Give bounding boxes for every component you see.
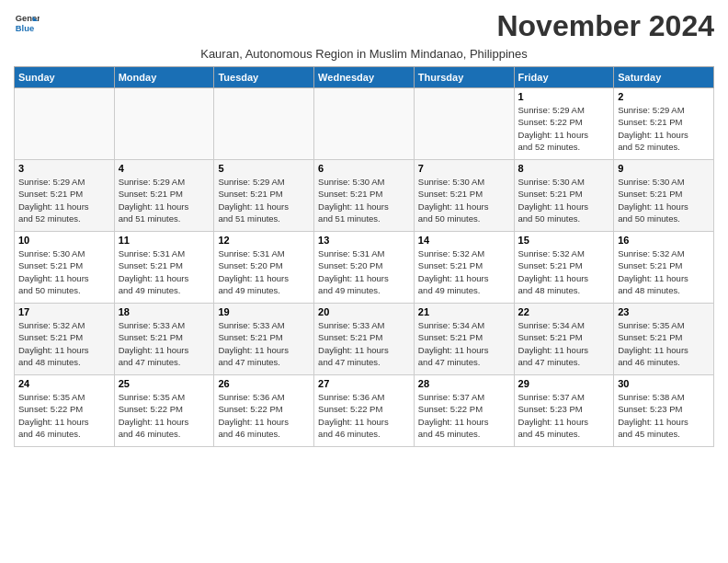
week-row-1: 1Sunrise: 5:29 AM Sunset: 5:22 PM Daylig… bbox=[15, 88, 714, 160]
day-info: Sunrise: 5:32 AM Sunset: 5:21 PM Dayligh… bbox=[418, 247, 510, 296]
day-cell: 13Sunrise: 5:31 AM Sunset: 5:20 PM Dayli… bbox=[314, 232, 415, 304]
day-info: Sunrise: 5:37 AM Sunset: 5:23 PM Dayligh… bbox=[518, 391, 610, 440]
day-info: Sunrise: 5:35 AM Sunset: 5:22 PM Dayligh… bbox=[119, 391, 210, 440]
day-info: Sunrise: 5:32 AM Sunset: 5:21 PM Dayligh… bbox=[618, 247, 710, 296]
day-info: Sunrise: 5:29 AM Sunset: 5:21 PM Dayligh… bbox=[119, 176, 210, 224]
day-info: Sunrise: 5:30 AM Sunset: 5:21 PM Dayligh… bbox=[618, 176, 710, 224]
day-info: Sunrise: 5:30 AM Sunset: 5:21 PM Dayligh… bbox=[18, 247, 110, 296]
day-number: 2 bbox=[618, 91, 710, 102]
day-info: Sunrise: 5:31 AM Sunset: 5:20 PM Dayligh… bbox=[218, 247, 310, 296]
day-number: 13 bbox=[318, 235, 410, 246]
day-cell: 15Sunrise: 5:32 AM Sunset: 5:21 PM Dayli… bbox=[514, 232, 614, 304]
day-cell: 5Sunrise: 5:29 AM Sunset: 5:21 PM Daylig… bbox=[214, 160, 314, 232]
calendar-subtitle: Kauran, Autonomous Region in Muslim Mind… bbox=[14, 47, 714, 61]
day-cell: 21Sunrise: 5:34 AM Sunset: 5:21 PM Dayli… bbox=[414, 304, 514, 375]
day-cell: 19Sunrise: 5:33 AM Sunset: 5:21 PM Dayli… bbox=[214, 304, 314, 375]
day-cell: 10Sunrise: 5:30 AM Sunset: 5:21 PM Dayli… bbox=[15, 232, 115, 304]
day-cell: 14Sunrise: 5:32 AM Sunset: 5:21 PM Dayli… bbox=[414, 232, 514, 304]
day-number: 5 bbox=[218, 163, 310, 174]
day-info: Sunrise: 5:29 AM Sunset: 5:21 PM Dayligh… bbox=[618, 104, 710, 153]
day-info: Sunrise: 5:33 AM Sunset: 5:21 PM Dayligh… bbox=[218, 319, 310, 368]
svg-text:General: General bbox=[16, 14, 40, 23]
day-cell: 1Sunrise: 5:29 AM Sunset: 5:22 PM Daylig… bbox=[514, 88, 614, 160]
day-number: 17 bbox=[18, 306, 110, 317]
day-cell bbox=[414, 88, 514, 160]
day-cell: 23Sunrise: 5:35 AM Sunset: 5:21 PM Dayli… bbox=[614, 304, 714, 375]
day-cell: 17Sunrise: 5:32 AM Sunset: 5:21 PM Dayli… bbox=[15, 304, 115, 375]
day-cell: 27Sunrise: 5:36 AM Sunset: 5:22 PM Dayli… bbox=[314, 375, 415, 447]
day-info: Sunrise: 5:36 AM Sunset: 5:22 PM Dayligh… bbox=[218, 391, 310, 440]
day-number: 18 bbox=[119, 306, 210, 317]
day-number: 10 bbox=[18, 235, 110, 246]
day-cell: 16Sunrise: 5:32 AM Sunset: 5:21 PM Dayli… bbox=[614, 232, 714, 304]
day-info: Sunrise: 5:30 AM Sunset: 5:21 PM Dayligh… bbox=[418, 176, 510, 224]
week-row-4: 17Sunrise: 5:32 AM Sunset: 5:21 PM Dayli… bbox=[15, 304, 714, 375]
day-info: Sunrise: 5:29 AM Sunset: 5:22 PM Dayligh… bbox=[518, 104, 610, 153]
day-number: 1 bbox=[518, 91, 610, 102]
day-cell: 12Sunrise: 5:31 AM Sunset: 5:20 PM Dayli… bbox=[214, 232, 314, 304]
day-cell: 22Sunrise: 5:34 AM Sunset: 5:21 PM Dayli… bbox=[514, 304, 614, 375]
day-cell: 29Sunrise: 5:37 AM Sunset: 5:23 PM Dayli… bbox=[514, 375, 614, 447]
day-cell bbox=[15, 88, 115, 160]
day-info: Sunrise: 5:30 AM Sunset: 5:21 PM Dayligh… bbox=[518, 176, 610, 224]
day-info: Sunrise: 5:32 AM Sunset: 5:21 PM Dayligh… bbox=[518, 247, 610, 296]
day-number: 14 bbox=[418, 235, 510, 246]
day-number: 3 bbox=[18, 163, 110, 174]
day-cell bbox=[314, 88, 415, 160]
day-cell: 24Sunrise: 5:35 AM Sunset: 5:22 PM Dayli… bbox=[15, 375, 115, 447]
day-info: Sunrise: 5:36 AM Sunset: 5:22 PM Dayligh… bbox=[318, 391, 410, 440]
calendar-table: SundayMondayTuesdayWednesdayThursdayFrid… bbox=[14, 66, 714, 447]
day-number: 24 bbox=[18, 378, 110, 389]
day-info: Sunrise: 5:30 AM Sunset: 5:21 PM Dayligh… bbox=[318, 176, 410, 224]
day-number: 11 bbox=[119, 235, 210, 246]
day-cell: 26Sunrise: 5:36 AM Sunset: 5:22 PM Dayli… bbox=[214, 375, 314, 447]
day-number: 26 bbox=[218, 378, 310, 389]
svg-text:Blue: Blue bbox=[16, 24, 34, 33]
day-cell: 11Sunrise: 5:31 AM Sunset: 5:21 PM Dayli… bbox=[114, 232, 214, 304]
day-cell: 25Sunrise: 5:35 AM Sunset: 5:22 PM Dayli… bbox=[114, 375, 214, 447]
day-cell: 30Sunrise: 5:38 AM Sunset: 5:23 PM Dayli… bbox=[614, 375, 714, 447]
day-cell: 18Sunrise: 5:33 AM Sunset: 5:21 PM Dayli… bbox=[114, 304, 214, 375]
day-cell: 3Sunrise: 5:29 AM Sunset: 5:21 PM Daylig… bbox=[15, 160, 115, 232]
logo: General Blue bbox=[14, 9, 40, 35]
day-number: 30 bbox=[618, 378, 710, 389]
day-number: 25 bbox=[119, 378, 210, 389]
header-row: SundayMondayTuesdayWednesdayThursdayFrid… bbox=[15, 67, 714, 88]
day-number: 28 bbox=[418, 378, 510, 389]
week-row-2: 3Sunrise: 5:29 AM Sunset: 5:21 PM Daylig… bbox=[15, 160, 714, 232]
day-number: 4 bbox=[119, 163, 210, 174]
day-info: Sunrise: 5:34 AM Sunset: 5:21 PM Dayligh… bbox=[518, 319, 610, 368]
day-number: 9 bbox=[618, 163, 710, 174]
day-info: Sunrise: 5:31 AM Sunset: 5:20 PM Dayligh… bbox=[318, 247, 410, 296]
day-info: Sunrise: 5:29 AM Sunset: 5:21 PM Dayligh… bbox=[18, 176, 110, 224]
day-cell: 28Sunrise: 5:37 AM Sunset: 5:22 PM Dayli… bbox=[414, 375, 514, 447]
day-number: 8 bbox=[518, 163, 610, 174]
day-info: Sunrise: 5:33 AM Sunset: 5:21 PM Dayligh… bbox=[119, 319, 210, 368]
day-number: 21 bbox=[418, 306, 510, 317]
week-row-5: 24Sunrise: 5:35 AM Sunset: 5:22 PM Dayli… bbox=[15, 375, 714, 447]
page-header: General Blue November 2024 bbox=[14, 9, 714, 43]
day-cell bbox=[114, 88, 214, 160]
day-info: Sunrise: 5:34 AM Sunset: 5:21 PM Dayligh… bbox=[418, 319, 510, 368]
day-cell: 8Sunrise: 5:30 AM Sunset: 5:21 PM Daylig… bbox=[514, 160, 614, 232]
week-row-3: 10Sunrise: 5:30 AM Sunset: 5:21 PM Dayli… bbox=[15, 232, 714, 304]
logo-icon: General Blue bbox=[14, 9, 40, 35]
day-number: 6 bbox=[318, 163, 410, 174]
day-cell: 2Sunrise: 5:29 AM Sunset: 5:21 PM Daylig… bbox=[614, 88, 714, 160]
day-info: Sunrise: 5:35 AM Sunset: 5:22 PM Dayligh… bbox=[18, 391, 110, 440]
day-number: 12 bbox=[218, 235, 310, 246]
day-number: 22 bbox=[518, 306, 610, 317]
day-cell: 9Sunrise: 5:30 AM Sunset: 5:21 PM Daylig… bbox=[614, 160, 714, 232]
day-info: Sunrise: 5:31 AM Sunset: 5:21 PM Dayligh… bbox=[119, 247, 210, 296]
month-title: November 2024 bbox=[496, 9, 714, 43]
day-number: 27 bbox=[318, 378, 410, 389]
day-cell: 4Sunrise: 5:29 AM Sunset: 5:21 PM Daylig… bbox=[114, 160, 214, 232]
col-header-thursday: Thursday bbox=[414, 67, 514, 88]
day-number: 20 bbox=[318, 306, 410, 317]
day-cell bbox=[214, 88, 314, 160]
day-cell: 7Sunrise: 5:30 AM Sunset: 5:21 PM Daylig… bbox=[414, 160, 514, 232]
day-info: Sunrise: 5:35 AM Sunset: 5:21 PM Dayligh… bbox=[618, 319, 710, 368]
col-header-wednesday: Wednesday bbox=[314, 67, 415, 88]
day-number: 19 bbox=[218, 306, 310, 317]
col-header-sunday: Sunday bbox=[15, 67, 115, 88]
